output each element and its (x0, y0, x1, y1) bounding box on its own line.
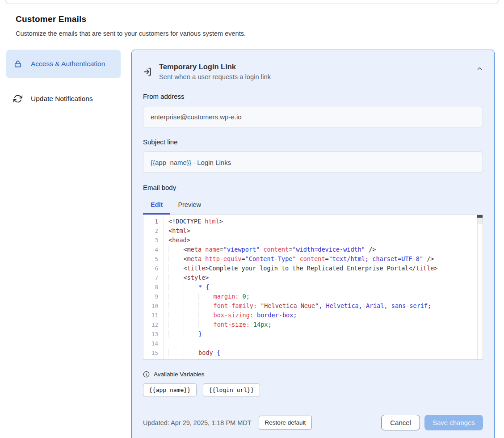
subject-line-input[interactable] (143, 152, 483, 173)
previous-card-bottom-edge (5, 0, 499, 4)
code-line[interactable]: 13 } (143, 329, 483, 339)
line-number: 10 (143, 301, 164, 311)
line-number: 4 (143, 245, 164, 254)
code-line[interactable]: 3<head> (143, 236, 483, 245)
collapse-panel-button[interactable] (476, 65, 483, 72)
code-line[interactable]: 15 body { (143, 348, 483, 358)
email-body-tabs: Edit Preview (143, 198, 483, 215)
line-number: 1 (143, 217, 164, 226)
code-line[interactable]: 9 margin: 0; (143, 292, 483, 301)
line-number: 8 (143, 282, 164, 292)
active-tab-underline (143, 213, 170, 215)
code-line[interactable]: 5 <meta http-equiv="Content-Type" conten… (143, 254, 483, 264)
line-number: 2 (143, 226, 164, 236)
line-number: 15 (143, 348, 164, 358)
variable-chip-app-name[interactable]: {{app_name}} (143, 383, 197, 396)
code-line[interactable]: 10 font-family: "Helvetica Neue", Helvet… (143, 301, 483, 311)
line-number: 16 (143, 358, 164, 360)
line-number: 6 (143, 264, 164, 273)
available-variables-label: Available Variables (154, 371, 205, 378)
save-changes-button[interactable]: Save changes (424, 415, 483, 430)
cancel-button[interactable]: Cancel (381, 415, 420, 430)
page-header: Customer Emails Customize the emails tha… (16, 14, 488, 37)
code-line[interactable]: 4 <meta name="viewport" content="width=d… (143, 245, 483, 254)
code-line[interactable]: 14 (143, 339, 483, 348)
code-line[interactable]: 2<html> (143, 226, 483, 236)
info-icon (143, 371, 150, 378)
line-number: 5 (143, 254, 164, 264)
tab-preview[interactable]: Preview (170, 198, 209, 215)
code-line[interactable]: 16 font-family: "Helvetica Neue", Helvet… (143, 358, 483, 360)
line-number: 13 (143, 329, 164, 339)
email-body-label: Email body (143, 184, 483, 191)
sidebar-item-label: Update Notifications (31, 95, 93, 103)
line-number: 11 (143, 311, 164, 320)
subject-line-label: Subject line (143, 138, 483, 146)
code-line[interactable]: 12 font-size: 14px; (143, 320, 483, 329)
line-number: 14 (143, 339, 164, 348)
temporary-login-link-panel: Temporary Login Link Sent when a user re… (131, 50, 495, 438)
available-variables-header: Available Variables (143, 371, 483, 378)
chevron-up-icon (476, 65, 483, 72)
from-address-label: From address (143, 93, 483, 100)
variable-chips: {{app_name}} {{login_url}} (143, 383, 483, 396)
line-number: 3 (143, 236, 164, 245)
code-line[interactable]: 1<!DOCTYPE html> (143, 217, 483, 226)
sidebar-item-label: Access & Authentication (31, 59, 105, 69)
line-number: 7 (143, 273, 164, 282)
lock-icon (13, 59, 22, 68)
editor-scrollbar[interactable] (477, 215, 483, 359)
restore-default-button[interactable]: Restore default (259, 416, 312, 430)
variable-chip-login-url[interactable]: {{login_url}} (203, 383, 260, 396)
line-number: 12 (143, 320, 164, 329)
sidebar-item-access-authentication[interactable]: Access & Authentication (6, 50, 121, 78)
page-subtitle: Customize the emails that are sent to yo… (16, 30, 488, 37)
code-line[interactable]: 8 * { (143, 282, 483, 292)
code-line[interactable]: 6 <title>Complete your login to the Repl… (143, 264, 483, 273)
sidebar-item-update-notifications[interactable]: Update Notifications (6, 88, 121, 110)
panel-subtitle: Sent when a user requests a login link (159, 73, 271, 82)
updated-timestamp: Updated: Apr 29, 2025, 1:18 PM MDT (143, 419, 252, 426)
email-types-sidebar: Access & Authentication Update Notificat… (6, 50, 121, 110)
sync-icon (13, 94, 22, 103)
code-lines: 1<!DOCTYPE html>2<html>3<head>4 <meta na… (143, 217, 483, 360)
page-title: Customer Emails (16, 14, 488, 24)
log-in-icon (143, 67, 152, 76)
content-layout: Access & Authentication Update Notificat… (6, 50, 495, 438)
panel-header: Temporary Login Link Sent when a user re… (143, 62, 483, 82)
panel-title: Temporary Login Link (159, 62, 271, 72)
panel-footer: Updated: Apr 29, 2025, 1:18 PM MDT Resto… (143, 415, 483, 430)
code-line[interactable]: 7 <style> (143, 273, 483, 282)
tab-edit[interactable]: Edit (143, 198, 170, 215)
code-editor-wrap: 1<!DOCTYPE html>2<html>3<head>4 <meta na… (143, 215, 483, 360)
from-address-input[interactable] (143, 106, 483, 127)
scrollbar-track-shade (478, 218, 483, 224)
line-number: 9 (143, 292, 164, 301)
code-line[interactable]: 11 box-sizing: border-box; (143, 311, 483, 320)
email-body-code-editor[interactable]: 1<!DOCTYPE html>2<html>3<head>4 <meta na… (143, 215, 483, 360)
